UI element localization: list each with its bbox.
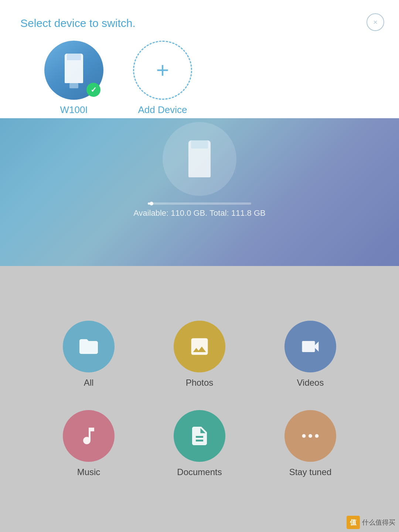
categories-section: All Photos Videos	[0, 266, 399, 532]
watermark-logo: 值	[347, 516, 360, 529]
music-svg	[78, 425, 100, 447]
staytuned-icon	[284, 410, 336, 462]
category-music[interactable]: Music	[52, 410, 126, 477]
videos-icon	[284, 321, 336, 372]
usb-icon	[65, 54, 83, 87]
photos-icon	[174, 321, 225, 372]
devices-row: ✓ W100I + Add Device	[0, 41, 399, 116]
selected-checkmark: ✓	[86, 83, 100, 97]
documents-icon	[174, 410, 225, 462]
music-label: Music	[77, 467, 100, 477]
all-label: All	[84, 378, 94, 388]
device-name: W100I	[60, 104, 88, 116]
device-avatar: ✓	[44, 41, 103, 100]
photos-label: Photos	[186, 378, 214, 388]
svg-point-1	[308, 434, 312, 438]
svg-point-0	[302, 434, 306, 438]
storage-progress-track	[148, 202, 251, 205]
watermark-text: 什么值得买	[362, 518, 395, 527]
add-device-label: Add Device	[138, 104, 187, 116]
videos-label: Videos	[297, 378, 324, 388]
video-svg	[299, 335, 321, 358]
category-row-2: Music Documents Stay tuned	[0, 410, 399, 477]
page-title: Select device to switch.	[20, 17, 136, 30]
svg-point-2	[315, 434, 319, 438]
storage-info: Available: 110.0 GB. Total: 111.8 GB	[133, 202, 266, 218]
folder-svg	[78, 335, 100, 358]
category-row-1: All Photos Videos	[0, 321, 399, 388]
category-staytuned[interactable]: Stay tuned	[273, 410, 347, 477]
device-preview-circle	[163, 122, 236, 196]
add-device-item[interactable]: + Add Device	[118, 41, 207, 116]
device-info-section: Available: 110.0 GB. Total: 111.8 GB	[0, 118, 399, 266]
image-svg	[188, 335, 211, 358]
storage-text: Available: 110.0 GB. Total: 111.8 GB	[133, 208, 266, 218]
device-select-panel: Select device to switch. × ✓ W100I + Add…	[0, 0, 399, 118]
watermark: 值 什么值得买	[347, 516, 395, 529]
device-item-w100i[interactable]: ✓ W100I	[30, 41, 118, 116]
category-documents[interactable]: Documents	[163, 410, 236, 477]
usb-preview-icon	[188, 140, 211, 177]
all-icon	[63, 321, 115, 372]
plus-icon: +	[156, 59, 169, 81]
music-icon	[63, 410, 115, 462]
staytuned-label: Stay tuned	[289, 467, 332, 477]
close-button[interactable]: ×	[366, 13, 384, 31]
category-all[interactable]: All	[52, 321, 126, 388]
add-device-circle[interactable]: +	[133, 41, 192, 100]
dots-svg	[299, 425, 321, 447]
progress-indicator	[150, 202, 153, 205]
category-videos[interactable]: Videos	[273, 321, 347, 388]
documents-label: Documents	[177, 467, 222, 477]
doc-svg	[188, 425, 211, 447]
category-photos[interactable]: Photos	[163, 321, 236, 388]
